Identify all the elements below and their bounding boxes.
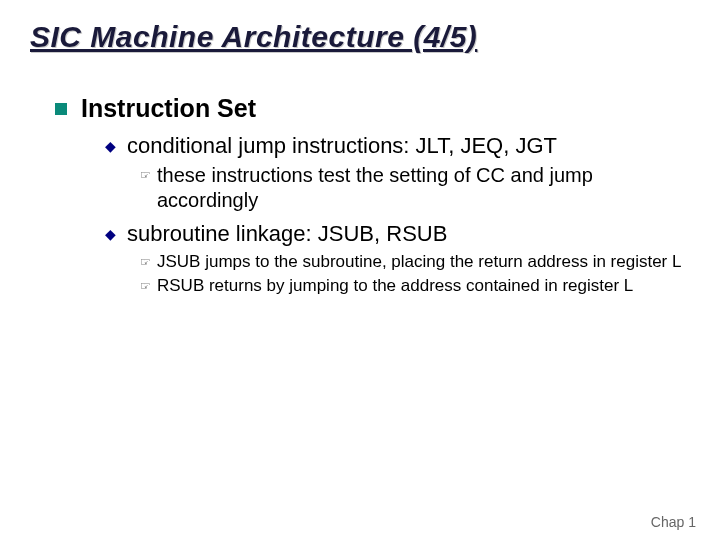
level1-text: Instruction Set bbox=[81, 94, 256, 123]
pointer-bullet-icon: ☞ bbox=[140, 279, 151, 293]
level2-text: conditional jump instructions: JLT, JEQ,… bbox=[127, 133, 557, 159]
bullet-level1: Instruction Set bbox=[55, 94, 690, 123]
level2-text: subroutine linkage: JSUB, RSUB bbox=[127, 221, 447, 247]
diamond-bullet-icon: ◆ bbox=[105, 139, 119, 153]
footer-chapter: Chap 1 bbox=[651, 514, 696, 530]
slide-title: SIC Machine Architecture (4/5) bbox=[30, 20, 690, 54]
bullet-level3: ☞ these instructions test the setting of… bbox=[140, 163, 690, 213]
level3-text: JSUB jumps to the subroutine, placing th… bbox=[157, 251, 681, 273]
bullet-level2: ◆ subroutine linkage: JSUB, RSUB bbox=[105, 221, 690, 247]
slide: SIC Machine Architecture (4/5) Instructi… bbox=[0, 0, 720, 540]
bullet-level2: ◆ conditional jump instructions: JLT, JE… bbox=[105, 133, 690, 159]
diamond-bullet-icon: ◆ bbox=[105, 227, 119, 241]
square-bullet-icon bbox=[55, 103, 67, 115]
bullet-level3: ☞ JSUB jumps to the subroutine, placing … bbox=[140, 251, 690, 273]
pointer-bullet-icon: ☞ bbox=[140, 255, 151, 269]
bullet-level3: ☞ RSUB returns by jumping to the address… bbox=[140, 275, 690, 297]
level3-text: these instructions test the setting of C… bbox=[157, 163, 690, 213]
pointer-bullet-icon: ☞ bbox=[140, 168, 151, 182]
level3-text: RSUB returns by jumping to the address c… bbox=[157, 275, 633, 297]
